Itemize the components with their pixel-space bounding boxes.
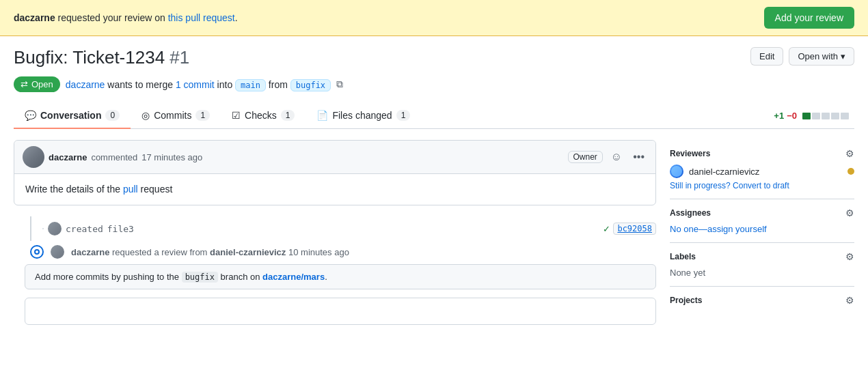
comment-header: daczarne commented 17 minutes ago Owner … [14,141,655,174]
pr-title: Bugfix: Ticket-1234 #1 [14,47,189,68]
main-column: daczarne commented 17 minutes ago Owner … [14,140,656,325]
review-request-text: daczarne requested a review from daniel-… [71,247,349,257]
reviewer-status [847,168,854,175]
assignees-gear-button[interactable]: ⚙ [845,208,854,218]
new-comment-box[interactable] [25,298,656,325]
pr-actions: Edit Open with ▾ [750,47,854,66]
review-requester-avatar [51,245,64,259]
add-review-button[interactable]: Add your review [764,7,854,29]
push-notice-repo-link[interactable]: daczarne/mars [262,272,325,282]
timeline-section: created file3 ✓ bc92058 [14,216,656,325]
assign-yourself-link[interactable]: No one—assign yourself [670,224,767,234]
comment-react-button[interactable]: ☺ [608,149,625,164]
commit-timeline-right: ✓ bc92058 [603,223,656,235]
tab-commits[interactable]: ◎ Commits 1 [131,103,221,129]
diff-additions: +1 [774,111,784,121]
head-branch-tag: bugfix [290,79,331,91]
comment-action: commented [91,152,137,162]
tab-files-changed[interactable]: 📄 Files changed 1 [306,103,421,129]
push-notice-text: Add more commits by pushing to the [35,272,179,282]
projects-gear-button[interactable]: ⚙ [845,295,854,306]
files-tab-label: Files changed [332,110,392,121]
review-request-item: daczarne requested a review from daniel-… [25,245,656,259]
tab-conversation[interactable]: 💬 Conversation 0 [14,103,131,129]
sidebar-column: Reviewers ⚙ daniel-czarnievicz Still in … [670,140,854,325]
sidebar-reviewers-header: Reviewers ⚙ [670,148,854,159]
commit-check-icon: ✓ [603,224,610,234]
commit-timeline-item: created file3 ✓ bc92058 [30,216,656,241]
reviewer-name: daniel-czarnievicz [689,167,759,177]
notification-banner: daczarne requested your review on this p… [0,0,868,36]
pr-meta-text: daczarne wants to merge 1 commit into ma… [66,79,331,90]
files-tab-icon: 📄 [316,110,328,121]
pr-title-text: Bugfix: Ticket-1234 [14,47,165,68]
review-requester-name: daczarne [71,247,109,257]
comment-author-avatar [23,146,44,168]
projects-title: Projects [670,296,702,305]
open-with-button[interactable]: Open with ▾ [789,47,854,66]
sidebar-assignees-header: Assignees ⚙ [670,208,854,218]
commit-hash-link[interactable]: bc92058 [613,223,656,235]
conversation-tab-label: Conversation [40,110,101,121]
sidebar-projects-section: Projects ⚙ [670,287,854,319]
comment-body-text: Write the details of the pull request [25,184,172,195]
review-reviewer-name: daniel-czarnievicz [210,247,286,257]
diff-bar-5 [841,113,849,119]
conversation-tab-badge: 0 [105,110,120,121]
comment-body: Write the details of the pull request [14,174,655,205]
comment-author-name[interactable]: daczarne [49,152,87,162]
commit-filename: file3 [107,224,134,234]
comment-header-right: Owner ☺ ••• [568,149,648,164]
pr-author-link[interactable]: daczarne [66,79,105,90]
pr-status-icon: ⇄ [21,79,28,89]
checks-tab-label: Checks [245,110,277,121]
labels-gear-button[interactable]: ⚙ [845,251,854,262]
checks-tab-icon: ☑ [232,110,241,121]
pr-title-row: Bugfix: Ticket-1234 #1 Edit Open with ▾ [14,47,854,68]
assignees-title: Assignees [670,208,711,218]
pr-status-text: Open [31,79,53,89]
pr-number: #1 [169,47,189,68]
commits-tab-label: Commits [154,110,191,121]
diff-bar-4 [831,113,839,119]
still-in-progress-link[interactable]: Still in progress? Convert to draft [670,181,854,190]
commits-tab-icon: ◎ [141,110,150,121]
tab-checks[interactable]: ☑ Checks 1 [221,103,306,129]
copy-icon[interactable]: ⧉ [336,78,343,90]
edit-button[interactable]: Edit [750,47,783,66]
commits-tab-badge: 1 [195,110,210,121]
sidebar-projects-header: Projects ⚙ [670,295,854,306]
diff-bar-1 [802,113,811,119]
commit-timeline-content: created file3 ✓ bc92058 [42,216,656,241]
diff-bar-2 [812,113,820,119]
push-notice: Add more commits by pushing to the bugfi… [25,264,656,289]
pr-commits-link[interactable]: 1 commit [176,79,215,90]
commit-author-avatar [48,222,62,235]
base-branch-tag: main [235,79,266,91]
comment-card: daczarne commented 17 minutes ago Owner … [14,140,656,205]
owner-badge: Owner [568,151,603,163]
tabs-row: 💬 Conversation 0 ◎ Commits 1 ☑ Checks 1 … [14,103,854,129]
main-container: Bugfix: Ticket-1234 #1 Edit Open with ▾ … [0,36,868,325]
comment-time: 17 minutes ago [141,152,202,162]
comment-pull-link[interactable]: pull [123,184,138,195]
reviewers-title: Reviewers [670,149,710,158]
tabs-list: 💬 Conversation 0 ◎ Commits 1 ☑ Checks 1 … [14,103,421,128]
status-dot-in-progress [847,168,854,175]
diff-stat: +1 −0 [774,105,849,126]
diff-deletions: −0 [787,111,797,121]
commit-timeline-left: created file3 [42,222,134,235]
comment-more-button[interactable]: ••• [630,149,647,164]
sidebar-labels-header: Labels ⚙ [670,251,854,262]
diff-bar-3 [822,113,830,119]
labels-title: Labels [670,252,696,261]
conversation-tab-icon: 💬 [25,110,36,121]
content-layout: daczarne commented 17 minutes ago Owner … [14,140,854,325]
labels-empty: None yet [670,268,854,278]
push-notice-branch: bugfix [182,272,218,283]
sidebar-labels-section: Labels ⚙ None yet [670,243,854,287]
reviewers-gear-button[interactable]: ⚙ [845,148,854,159]
checks-tab-badge: 1 [281,110,295,121]
notification-link[interactable]: this pull request [168,12,235,23]
commit-created-text: created [66,224,103,234]
